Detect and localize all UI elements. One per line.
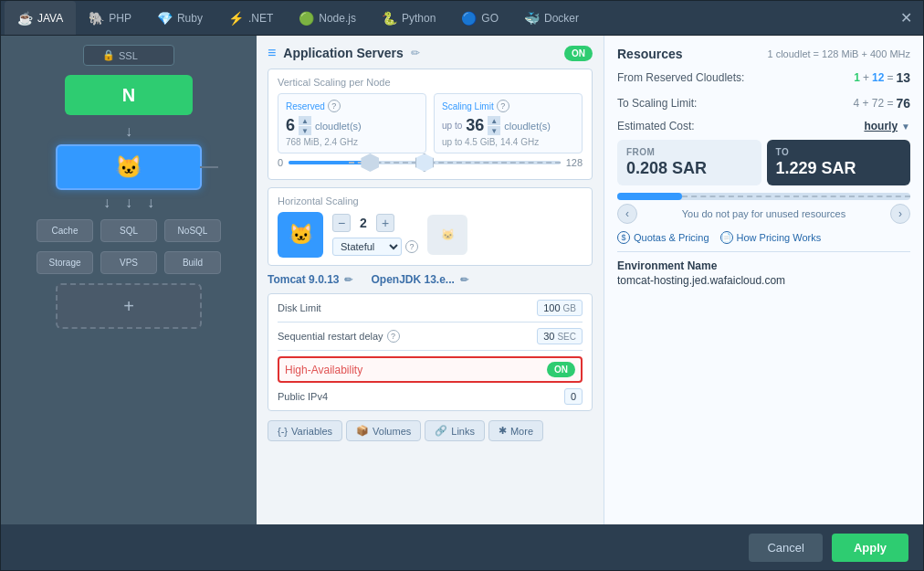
tab-net[interactable]: ⚡ .NET	[215, 1, 286, 35]
nodejs-icon: 🟢	[299, 11, 314, 26]
openjdk-edit-icon[interactable]: ✏	[460, 274, 468, 286]
disk-limit-label: Disk Limit	[278, 302, 321, 313]
vertical-scaling-header: Vertical Scaling per Node	[278, 77, 583, 88]
resources-title: Resources	[617, 47, 683, 61]
cache-button[interactable]: Cache	[37, 219, 93, 242]
cost-cards: FROM 0.208 SAR TO 1.229 SAR	[617, 140, 910, 185]
more-tab[interactable]: ✱ More	[488, 420, 543, 441]
reserved-unit: cloudlet(s)	[315, 121, 362, 132]
count-minus-btn[interactable]: −	[332, 214, 351, 232]
dropdown-arrow-icon[interactable]: ▼	[901, 122, 910, 132]
progress-text: You do not pay for unused resources	[637, 208, 890, 219]
php-icon: 🐘	[89, 11, 104, 26]
quotas-label: Quotas & Pricing	[634, 232, 709, 243]
content-area: 🔒 SSL N ↓ 🐱 ↓ ↓ ↓ Cache SQL NoSQL Storag…	[1, 36, 923, 524]
progress-section: ‹ You do not pay for unused resources ›	[617, 193, 910, 224]
slider-handle-reserved[interactable]	[361, 153, 379, 172]
edit-title-icon[interactable]: ✏	[411, 47, 420, 59]
links-label: Links	[451, 426, 475, 437]
down-arrow-1: ↓	[125, 124, 132, 139]
storage-button[interactable]: Storage	[37, 251, 93, 274]
more-icon: ✱	[499, 425, 507, 437]
progress-nav: ‹ You do not pay for unused resources ›	[617, 204, 910, 224]
disk-limit-row: Disk Limit 100 GB	[278, 300, 583, 316]
seq-restart-label: Sequential restart delay ?	[278, 330, 400, 343]
add-node-button[interactable]: +	[56, 283, 202, 329]
cost-label: Estimated Cost:	[617, 120, 695, 132]
nosql-button[interactable]: NoSQL	[164, 219, 221, 242]
cloudlets-slider-row: 0 128	[278, 153, 583, 172]
tab-python[interactable]: 🐍 Python	[369, 1, 448, 35]
count-plus-btn[interactable]: +	[376, 214, 394, 232]
reserved-box: Reserved ? 6 ▲ ▼ cloudlet(s) 768 MiB, 2.…	[278, 93, 426, 153]
nginx-node: N	[65, 75, 193, 115]
tab-go[interactable]: 🔵 GO	[448, 1, 511, 35]
reserved-up-btn[interactable]: ▲	[299, 116, 311, 125]
reserved-total: 13	[896, 70, 910, 85]
how-pricing-link[interactable]: 📄 How Pricing Works	[720, 231, 822, 244]
python-icon: 🐍	[382, 11, 397, 26]
tab-docker[interactable]: 🐳 Docker	[511, 1, 592, 35]
count-value: 2	[354, 216, 373, 230]
seq-label-text: Sequential restart delay	[278, 331, 383, 342]
sql-button[interactable]: SQL	[100, 219, 157, 242]
openjdk-item[interactable]: OpenJDK 13.e... ✏	[371, 273, 467, 286]
tab-docker-label: Docker	[544, 12, 579, 25]
horizontal-controls: − 2 + Stateful Stateless ?	[332, 214, 418, 256]
to-cost-card: TO 1.229 SAR	[767, 140, 911, 185]
scaling-limit-title: Scaling Limit ?	[442, 100, 574, 112]
toggle-on-label[interactable]: ON	[564, 46, 593, 61]
tomcat-edit-icon[interactable]: ✏	[344, 274, 352, 286]
ha-label[interactable]: High-Availability	[285, 364, 362, 376]
scaling-limit-info-icon: ?	[497, 100, 509, 112]
nginx-icon: N	[122, 85, 135, 106]
right-panel: Resources 1 cloudlet = 128 MiB + 400 MHz…	[604, 36, 923, 524]
scaling-limit-up-btn[interactable]: ▲	[488, 116, 500, 125]
tomcat-icon: 🐱	[115, 154, 142, 180]
cloudlets-slider-track[interactable]	[289, 161, 561, 164]
cost-value: hourly ▼	[864, 120, 910, 132]
volumes-tab[interactable]: 📦 Volumes	[346, 420, 421, 441]
scaling-limit-prefix: up to	[442, 121, 462, 131]
reserved-stepper[interactable]: ▲ ▼	[299, 116, 311, 135]
tomcat-item[interactable]: Tomcat 9.0.13 ✏	[268, 273, 352, 286]
tab-java[interactable]: ☕ JAVA	[5, 1, 76, 35]
slider-handle-limit[interactable]	[415, 153, 434, 172]
vps-button[interactable]: VPS	[100, 251, 157, 274]
scaling-limit-down-btn[interactable]: ▼	[488, 126, 500, 135]
ruby-icon: 💎	[157, 11, 173, 26]
count-control: − 2 +	[332, 214, 418, 232]
seq-restart-row: Sequential restart delay ? 30 SEC	[278, 328, 583, 344]
links-section: $ Quotas & Pricing 📄 How Pricing Works	[617, 231, 910, 244]
nav-prev-btn[interactable]: ‹	[617, 204, 637, 224]
ipv4-row: Public IPv4 0	[278, 388, 583, 405]
reserved-down-btn[interactable]: ▼	[299, 126, 311, 135]
volumes-icon: 📦	[356, 425, 369, 437]
apply-button[interactable]: Apply	[832, 534, 908, 562]
ssl-button[interactable]: 🔒 SSL	[83, 45, 174, 66]
app-server-toggle[interactable]: ON	[564, 46, 593, 61]
tab-ruby-label: Ruby	[177, 12, 203, 25]
scaling-limit-box: Scaling Limit ? up to 36 ▲ ▼ cloudlet(s)	[434, 93, 583, 153]
stateful-select[interactable]: Stateful Stateless	[332, 238, 402, 256]
variables-tab[interactable]: {-} Variables	[268, 420, 342, 441]
env-section: Environment Name tomcat-hosting.jed.wafa…	[617, 251, 910, 287]
tab-nodejs[interactable]: 🟢 Node.js	[286, 1, 369, 35]
scaling-limit-stepper[interactable]: ▲ ▼	[488, 116, 500, 135]
tab-php[interactable]: 🐘 PHP	[76, 1, 144, 35]
ha-toggle[interactable]: ON	[547, 362, 575, 377]
docker-icon: 🐳	[524, 11, 540, 26]
quotas-pricing-link[interactable]: $ Quotas & Pricing	[617, 231, 709, 244]
links-tab[interactable]: 🔗 Links	[425, 420, 485, 441]
close-button[interactable]: ✕	[893, 5, 919, 30]
build-button[interactable]: Build	[164, 251, 221, 274]
infra-buttons: Storage VPS Build	[37, 251, 221, 274]
disk-value: 100	[543, 302, 560, 313]
tab-nodejs-label: Node.js	[319, 12, 356, 25]
cancel-button[interactable]: Cancel	[749, 534, 822, 562]
nav-next-btn[interactable]: ›	[890, 204, 910, 224]
tomcat-node[interactable]: 🐱	[56, 144, 202, 190]
scaling-boxes: Reserved ? 6 ▲ ▼ cloudlet(s) 768 MiB, 2.…	[278, 93, 583, 153]
tab-ruby[interactable]: 💎 Ruby	[144, 1, 215, 35]
cost-period[interactable]: hourly	[864, 120, 898, 132]
